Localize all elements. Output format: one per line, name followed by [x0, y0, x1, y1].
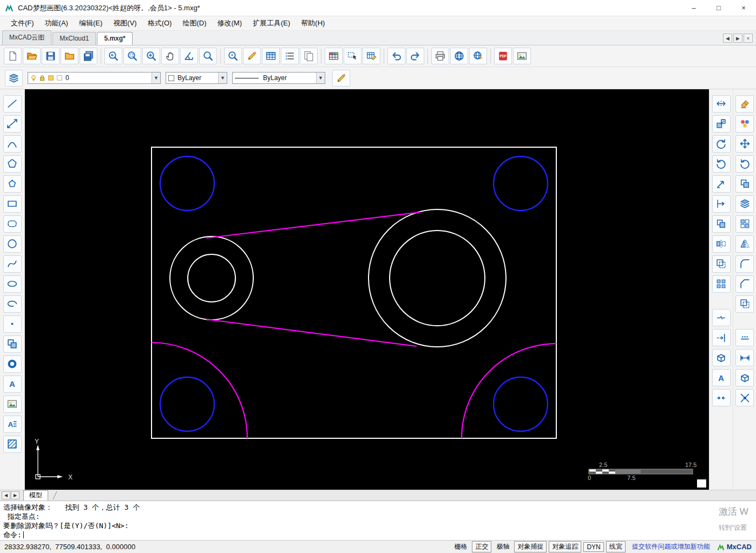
open-file-button[interactable]: [23, 48, 41, 64]
minimize-button[interactable]: –: [681, 0, 706, 16]
move-button[interactable]: [735, 135, 754, 153]
model-space-canvas[interactable]: Y X 2.5 17.5 0 7.5: [25, 89, 709, 490]
menu-modify[interactable]: 修改(M): [212, 17, 247, 30]
command-input-line[interactable]: 命令:: [3, 530, 756, 539]
join-button[interactable]: [712, 389, 731, 406]
undo-button[interactable]: [387, 48, 405, 64]
draw-ellipse-button[interactable]: [3, 275, 22, 293]
redo-button[interactable]: [406, 48, 424, 64]
menu-view[interactable]: 视图(V): [108, 17, 142, 30]
tab-drawing-5mxg[interactable]: 5.mxg*: [97, 32, 132, 45]
draw-hatch-button[interactable]: [3, 436, 22, 453]
draw-point-button[interactable]: [3, 315, 22, 333]
edit-text-button[interactable]: A: [712, 369, 731, 386]
copy-object-button[interactable]: [735, 175, 754, 193]
rotate-cw-button[interactable]: [712, 155, 731, 173]
toggle-ortho[interactable]: 正交: [472, 541, 491, 552]
format-table-button[interactable]: [325, 48, 343, 64]
chamfer-button[interactable]: [735, 275, 754, 293]
linetype-select[interactable]: ByLayer ▼: [232, 72, 325, 84]
draw-block-button[interactable]: [3, 335, 22, 353]
draw-donut-button[interactable]: [3, 356, 22, 373]
rotate-button[interactable]: [735, 155, 754, 173]
menu-edit[interactable]: 编辑(E): [74, 17, 108, 30]
zoom-window-button[interactable]: [123, 48, 141, 64]
fillet-button[interactable]: [735, 255, 754, 273]
menu-file[interactable]: 文件(F): [5, 17, 40, 30]
zoom-previous-button[interactable]: [104, 48, 122, 64]
menu-express-tools[interactable]: 扩展工具(E): [247, 17, 295, 30]
break-button[interactable]: [712, 309, 731, 326]
layout-scroll-left-button[interactable]: ◀: [2, 491, 10, 499]
draw-rectangle-button[interactable]: [3, 195, 22, 213]
divide-button[interactable]: [735, 329, 754, 346]
export-pdf-button[interactable]: PDF: [494, 48, 512, 64]
draw-construction-line-button[interactable]: [3, 115, 22, 133]
offset-button[interactable]: [712, 255, 731, 273]
color-select[interactable]: ByLayer ▼: [166, 72, 227, 84]
close-button[interactable]: ×: [731, 0, 756, 16]
select-objects-button[interactable]: [344, 48, 361, 64]
menu-format[interactable]: 格式(O): [142, 17, 178, 30]
menu-function[interactable]: 功能(A): [40, 17, 74, 30]
layer-select[interactable]: 0 ▼: [28, 72, 161, 84]
match-properties-button[interactable]: [332, 70, 350, 87]
toggle-polar[interactable]: 极轴: [494, 542, 512, 552]
offset-object-button[interactable]: [735, 295, 754, 313]
print-button[interactable]: [431, 48, 449, 64]
save-as-button[interactable]: [80, 48, 97, 64]
layer-manager-button[interactable]: [5, 70, 23, 87]
new-file-button[interactable]: [4, 48, 22, 64]
toggle-dyn[interactable]: DYN: [583, 542, 603, 552]
insert-table-button[interactable]: [262, 48, 280, 64]
toggle-grid[interactable]: 栅格: [451, 542, 470, 552]
toggle-lineweight[interactable]: 线宽: [606, 541, 626, 552]
array-rect-button[interactable]: [735, 215, 754, 233]
explode-button[interactable]: [735, 389, 754, 406]
extend-button[interactable]: [712, 329, 731, 346]
view-list-button[interactable]: [281, 48, 299, 64]
draw-polygon2-button[interactable]: [3, 175, 22, 193]
copy-clipboard-button[interactable]: [300, 48, 318, 64]
web-button[interactable]: [450, 48, 468, 64]
align-button[interactable]: [712, 175, 731, 193]
draw-revcloud-button[interactable]: [3, 215, 22, 233]
erase-button[interactable]: [735, 95, 754, 113]
properties-button[interactable]: [735, 115, 754, 133]
draw-ellipse-arc-button[interactable]: [3, 295, 22, 313]
pan-button[interactable]: [161, 48, 179, 64]
tab-scroll-right-button[interactable]: ▶: [733, 34, 742, 43]
zoom-scale-button[interactable]: [199, 48, 217, 64]
draw-text-button[interactable]: A: [3, 376, 22, 393]
save-file-button[interactable]: [42, 48, 60, 64]
menu-help[interactable]: 帮助(H): [295, 17, 330, 30]
insert-image-button[interactable]: [513, 48, 531, 64]
web-publish-button[interactable]: [469, 48, 487, 64]
draw-circle-button[interactable]: [3, 235, 22, 253]
draw-arc-button[interactable]: [3, 135, 22, 153]
open-folder-button[interactable]: [61, 48, 78, 64]
tab-mxcloud1[interactable]: MxCloud1: [52, 32, 96, 45]
layers-button[interactable]: [735, 195, 754, 213]
mirror-button[interactable]: [712, 235, 731, 253]
insert-raster-image-button[interactable]: [3, 396, 22, 413]
maximize-button[interactable]: □: [706, 0, 731, 16]
draw-line-button[interactable]: [3, 95, 22, 113]
solid-box-button[interactable]: [735, 369, 754, 386]
zoom-extents-button[interactable]: [142, 48, 160, 64]
feedback-link[interactable]: 提交软件问题或增加新功能: [632, 542, 710, 551]
measure-button[interactable]: [180, 48, 198, 64]
model-tab[interactable]: 模型: [23, 490, 48, 501]
rotate-ccw-button[interactable]: [712, 135, 731, 153]
extrude-button[interactable]: [712, 349, 731, 366]
draw-mtext-button[interactable]: A: [3, 416, 22, 433]
scale-button[interactable]: [712, 115, 731, 133]
locate-point-button[interactable]: [224, 48, 242, 64]
tab-scroll-left-button[interactable]: ◀: [723, 34, 732, 43]
menu-draw[interactable]: 绘图(D): [177, 17, 212, 30]
toggle-otrack[interactable]: 对象追踪: [549, 541, 581, 552]
trim-button[interactable]: [712, 195, 731, 213]
draw-spline-button[interactable]: [3, 255, 22, 273]
copy-button[interactable]: [712, 215, 731, 233]
tab-mxcad-cloud[interactable]: MxCAD云图: [2, 30, 51, 45]
